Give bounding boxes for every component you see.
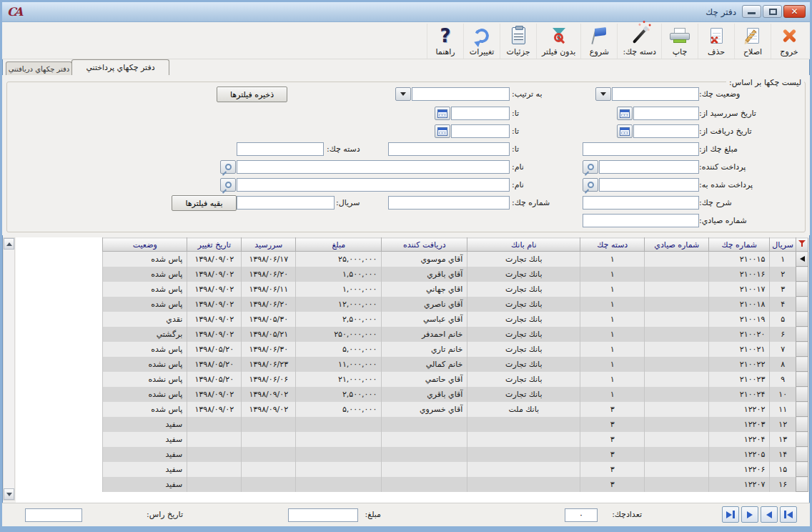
cell-due-date[interactable]: ۱۳۹۸/۰۶/۱۱	[242, 282, 296, 297]
row-selector[interactable]	[796, 402, 808, 417]
order-by-dropdown-button[interactable]	[395, 87, 411, 101]
row-selector[interactable]	[796, 462, 808, 477]
cell-bundle[interactable]: ۱	[580, 312, 645, 327]
column-header-bank-name[interactable]: نام بانك	[467, 238, 580, 252]
column-header-status[interactable]: وضعيت	[103, 238, 187, 252]
cell-change-date[interactable]: ۱۳۹۸/۰۹/۰۲	[187, 312, 242, 327]
cell-sayadi-number[interactable]	[645, 387, 709, 402]
column-header-amount[interactable]: مبلغ	[296, 238, 382, 252]
cell-amount[interactable]: ۱۱,۰۰۰,۰۰۰	[296, 357, 382, 372]
cell-serial[interactable]: ۱۳	[770, 432, 796, 447]
cell-status[interactable]: سفيد	[103, 462, 187, 477]
table-row[interactable]: ۱۳۱۲۲۰۴۳سفيد	[103, 432, 808, 447]
cell-check-number[interactable]: ۲۱۰۰۲۱	[709, 342, 770, 357]
payee-name-input[interactable]	[237, 178, 510, 192]
cell-check-number[interactable]: ۲۱۰۰۱۸	[709, 297, 770, 312]
cell-check-number[interactable]: ۱۲۲۰۳	[709, 417, 770, 432]
check-bundle-button[interactable]: دسته چك:	[617, 24, 661, 59]
table-row[interactable]: ۱۶۱۲۲۰۷۳سفيد	[103, 477, 808, 492]
cell-change-date[interactable]: ۱۳۹۸/۰۹/۰۲	[187, 252, 242, 267]
column-header-serial[interactable]: سريال	[770, 238, 796, 252]
cell-amount[interactable]: ۲۵,۰۰۰,۰۰۰	[296, 252, 382, 267]
cell-amount[interactable]: ۱,۰۰۰,۰۰۰	[296, 282, 382, 297]
cell-due-date[interactable]	[242, 447, 296, 462]
ras-date-value[interactable]	[25, 508, 82, 522]
table-row[interactable]: ۱۱۱۲۲۰۲۳بانك ملتآقاي خسروي۵,۰۰۰,۰۰۰۱۳۹۸/…	[103, 402, 808, 417]
cell-amount[interactable]: ۵,۰۰۰,۰۰۰	[296, 342, 382, 357]
cell-change-date[interactable]: ۱۳۹۸/۰۵/۲۰	[187, 357, 242, 372]
cell-status[interactable]: سفيد	[103, 417, 187, 432]
cell-check-number[interactable]: ۲۱۰۰۱۵	[709, 252, 770, 267]
cell-bank-name[interactable]	[467, 432, 580, 447]
cell-status[interactable]: پاس شده	[103, 402, 187, 417]
cell-due-date[interactable]: ۱۳۹۸/۰۶/۲۰	[242, 297, 296, 312]
receive-date-to-calendar-button[interactable]	[435, 124, 450, 138]
row-selector[interactable]	[796, 387, 808, 402]
serial-input[interactable]	[237, 196, 335, 210]
edit-button[interactable]: اصلاح	[734, 24, 771, 59]
cell-serial[interactable]: ۱۱	[770, 402, 796, 417]
cell-bundle[interactable]: ۱	[580, 357, 645, 372]
scroll-down-button[interactable]	[4, 488, 14, 500]
cell-amount[interactable]	[296, 417, 382, 432]
order-by-select[interactable]	[412, 87, 510, 101]
table-row[interactable]: ۱۲۱۲۲۰۳۳سفيد	[103, 417, 808, 432]
cell-check-number[interactable]: ۲۱۰۰۱۶	[709, 267, 770, 282]
cell-change-date[interactable]: ۱۳۹۸/۰۵/۲۰	[187, 342, 242, 357]
cell-receiver[interactable]	[382, 477, 467, 492]
cell-sayadi-number[interactable]	[645, 372, 709, 387]
cell-bundle[interactable]: ۱	[580, 327, 645, 342]
table-row[interactable]: ۲۲۱۰۰۱۶۱بانك تجارتآقاي باقري۱,۵۰۰,۰۰۰۱۳۹…	[103, 267, 808, 282]
cell-check-number[interactable]: ۲۱۰۰۱۹	[709, 312, 770, 327]
payee-search-button[interactable]	[583, 178, 598, 192]
cell-due-date[interactable]: ۱۳۹۸/۰۶/۲۰	[242, 267, 296, 282]
row-selector[interactable]	[796, 357, 808, 372]
receive-date-from-input[interactable]	[633, 124, 699, 138]
cell-check-number[interactable]: ۱۲۲۰۶	[709, 462, 770, 477]
column-header-sayadi-number[interactable]: شماره صيادي	[645, 238, 709, 252]
cell-change-date[interactable]: ۱۳۹۸/۰۹/۰۲	[187, 267, 242, 282]
payer-search-button[interactable]	[583, 160, 598, 174]
cell-bank-name[interactable]: بانك تجارت	[467, 327, 580, 342]
cell-sayadi-number[interactable]	[645, 432, 709, 447]
cell-change-date[interactable]: ۱۳۹۸/۰۹/۰۲	[187, 387, 242, 402]
minimize-button[interactable]	[742, 5, 761, 18]
cell-bank-name[interactable]: بانك تجارت	[467, 282, 580, 297]
cell-status[interactable]: برگشتي	[103, 327, 187, 342]
column-header-bundle[interactable]: دسته چك	[580, 238, 645, 252]
check-description-input[interactable]	[583, 196, 699, 210]
cell-check-number[interactable]: ۲۱۰۰۲۳	[709, 372, 770, 387]
cell-bundle[interactable]: ۳	[580, 447, 645, 462]
more-filters-button[interactable]: بقيه فيلترها	[172, 195, 237, 211]
cell-bank-name[interactable]: بانك تجارت	[467, 372, 580, 387]
tab-payable-checks[interactable]: دفتر چكهاي پرداختني	[71, 59, 169, 75]
cell-change-date[interactable]	[187, 447, 242, 462]
table-row[interactable]: ۹۲۱۰۰۲۳۱بانك تجارتآقاي حاتمي۲۱,۰۰۰,۰۰۰۱۳…	[103, 372, 808, 387]
amount-from-input[interactable]	[583, 142, 699, 156]
nav-next-button[interactable]	[741, 506, 758, 523]
cell-receiver[interactable]: آقاي حاتمي	[382, 372, 467, 387]
cell-receiver[interactable]	[382, 417, 467, 432]
column-header-receiver[interactable]: دريافت كننده	[382, 238, 467, 252]
cell-receiver[interactable]: خانم تاري	[382, 342, 467, 357]
cell-bank-name[interactable]: بانك تجارت	[467, 357, 580, 372]
cell-serial[interactable]: ۶	[770, 327, 796, 342]
cell-serial[interactable]: ۷	[770, 342, 796, 357]
cell-bundle[interactable]: ۳	[580, 417, 645, 432]
cell-receiver[interactable]: آقاي خسروي	[382, 402, 467, 417]
cell-sayadi-number[interactable]	[645, 447, 709, 462]
table-row[interactable]: ۱۴۱۲۲۰۵۳سفيد	[103, 447, 808, 462]
check-status-select[interactable]	[612, 87, 699, 101]
cell-change-date[interactable]	[187, 432, 242, 447]
cell-amount[interactable]: ۲,۵۰۰,۰۰۰	[296, 312, 382, 327]
cell-receiver[interactable]: اقاي جهاني	[382, 282, 467, 297]
table-row[interactable]: ۴۲۱۰۰۱۸۱بانك تجارتآقاي ناصري۱۲,۰۰۰,۰۰۰۱۳…	[103, 297, 808, 312]
cell-due-date[interactable]: ۱۳۹۸/۰۹/۰۲	[242, 402, 296, 417]
cell-bank-name[interactable]: بانك تجارت	[467, 267, 580, 282]
cell-amount[interactable]: ۱۲,۰۰۰,۰۰۰	[296, 297, 382, 312]
cell-amount[interactable]: ۲,۵۰۰,۰۰۰	[296, 387, 382, 402]
cell-due-date[interactable]: ۱۳۹۸/۰۶/۱۷	[242, 252, 296, 267]
table-row[interactable]: ۱۰۲۱۰۰۲۴۱بانك تجارتآقاي باقري۲,۵۰۰,۰۰۰۱۳…	[103, 387, 808, 402]
cell-bundle[interactable]: ۱	[580, 387, 645, 402]
cell-bank-name[interactable]	[467, 417, 580, 432]
